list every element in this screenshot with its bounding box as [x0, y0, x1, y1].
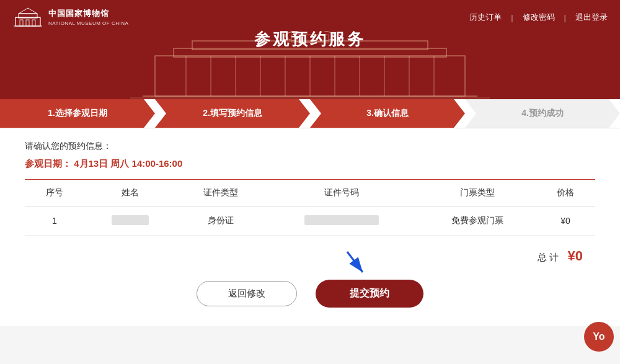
id-masked: [304, 215, 379, 225]
avatar-text: Yo: [593, 331, 604, 342]
col-name: 姓名: [84, 180, 177, 206]
button-area: 返回修改 提交预约: [25, 280, 595, 308]
col-ticket-type: 门票类型: [418, 180, 536, 206]
visitor-table: 序号 姓名 证件类型 证件号码 门票类型 价格 1 身份证: [25, 180, 595, 236]
row-name: [84, 206, 177, 236]
visit-date: 参观日期： 4月13日 周八 14:00-16:00: [25, 158, 595, 170]
logo-en: NATIONAL MUSEUM OF CHINA: [48, 20, 128, 27]
header: 中国国家博物馆 NATIONAL MUSEUM OF CHINA 历史订单 | …: [0, 0, 620, 99]
user-avatar[interactable]: Yo: [584, 322, 614, 352]
col-id-type: 证件类型: [177, 180, 265, 206]
visit-date-value: 4月13日 周八 14:00-16:00: [74, 158, 182, 169]
main-content: 请确认您的预约信息： 参观日期： 4月13日 周八 14:00-16:00 序号…: [0, 128, 620, 326]
row-id-number: [265, 206, 418, 236]
museum-logo-icon: [12, 5, 43, 30]
table-header-row: 序号 姓名 证件类型 证件号码 门票类型 价格: [25, 180, 595, 206]
visit-date-label: 参观日期：: [25, 158, 71, 169]
total-row: 总 计 ¥0: [25, 248, 595, 264]
row-index: 1: [25, 206, 84, 236]
confirm-title: 请确认您的预约信息：: [25, 141, 595, 152]
svg-rect-5: [32, 20, 35, 26]
row-price: ¥0: [536, 206, 595, 236]
svg-marker-6: [19, 8, 37, 14]
history-orders-link[interactable]: 历史订单: [469, 12, 502, 23]
step-3: 3.确认信息: [310, 99, 465, 128]
step-2: 2.填写预约信息: [155, 99, 310, 128]
total-amount: ¥0: [568, 248, 583, 264]
logout-link[interactable]: 退出登录: [575, 12, 608, 23]
svg-rect-4: [26, 20, 29, 26]
arrow-indicator: [341, 249, 372, 282]
page-title: 参观预约服务: [0, 29, 620, 50]
nav-links: 历史订单 | 修改密码 | 退出登录: [469, 12, 608, 23]
back-button[interactable]: 返回修改: [197, 281, 297, 306]
svg-line-27: [347, 252, 363, 272]
nav-divider1: |: [511, 13, 513, 22]
logo-text: 中国国家博物馆 NATIONAL MUSEUM OF CHINA: [48, 8, 128, 26]
step-1: 1.选择参观日期: [0, 99, 155, 128]
change-password-link[interactable]: 修改密码: [523, 12, 555, 23]
logo-zh: 中国国家博物馆: [48, 8, 128, 19]
name-masked: [112, 215, 149, 225]
col-price: 价格: [536, 180, 595, 206]
nav-divider2: |: [564, 13, 566, 22]
col-id-number: 证件号码: [265, 180, 418, 206]
submit-button[interactable]: 提交预约: [316, 280, 423, 308]
steps-bar: 1.选择参观日期 2.填写预约信息 3.确认信息 4.预约成功: [0, 99, 620, 128]
table-row: 1 身份证 免费参观门票 ¥0: [25, 206, 595, 236]
logo-area: 中国国家博物馆 NATIONAL MUSEUM OF CHINA: [12, 5, 128, 30]
total-label: 总 计: [538, 252, 559, 262]
col-index: 序号: [25, 180, 84, 206]
svg-rect-3: [20, 20, 23, 26]
svg-rect-0: [16, 17, 40, 26]
step-4: 4.预约成功: [465, 99, 620, 128]
row-id-type: 身份证: [177, 206, 265, 236]
row-ticket-type: 免费参观门票: [418, 206, 536, 236]
